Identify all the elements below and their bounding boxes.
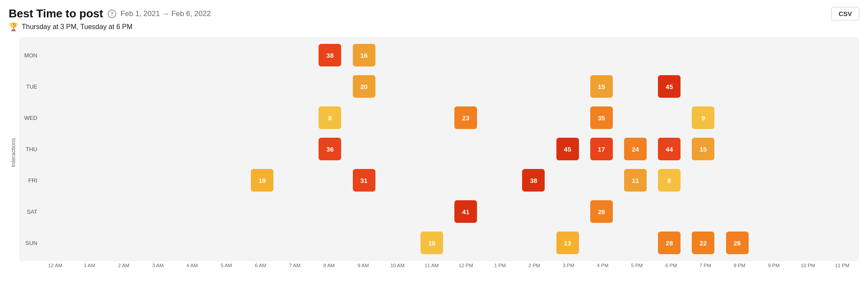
- heat-block: 23: [454, 106, 477, 129]
- hour-cell: [415, 42, 449, 68]
- hour-cell: [245, 73, 279, 99]
- heat-block: 41: [454, 200, 477, 223]
- hour-cell: 28: [652, 230, 686, 256]
- hour-cell: [178, 167, 211, 193]
- hour-cell: 17: [585, 136, 618, 162]
- hour-cell: [483, 167, 516, 193]
- heat-block: 9: [692, 106, 714, 129]
- heat-block: 44: [658, 138, 681, 160]
- heat-block: 17: [590, 138, 613, 160]
- hour-cell: [618, 105, 652, 131]
- hour-cell: [279, 73, 313, 99]
- hour-cell: [347, 199, 381, 225]
- hour-cell: [144, 136, 178, 162]
- hours-row-wed: 823359: [42, 105, 856, 131]
- day-label-sat: SAT: [23, 209, 42, 215]
- day-row-tue: TUE201545: [23, 71, 856, 102]
- hour-cell: [449, 136, 483, 162]
- hour-cell: [652, 199, 686, 225]
- hour-cell: [516, 136, 550, 162]
- hour-cell: [279, 199, 313, 225]
- hour-cell: [76, 73, 109, 99]
- hour-cell: [76, 167, 109, 193]
- hour-cell: [381, 167, 415, 193]
- heat-block: 22: [692, 232, 714, 254]
- hour-cell: 26: [720, 230, 754, 256]
- hour-cell: [178, 136, 211, 162]
- hour-cell: [449, 230, 483, 256]
- hour-cell: [347, 136, 381, 162]
- heat-block: 24: [624, 138, 647, 160]
- hour-cell: [483, 136, 516, 162]
- hour-cell: [516, 230, 550, 256]
- hour-cell: [788, 230, 822, 256]
- hour-cell: 6: [652, 167, 686, 193]
- hour-cell: [754, 105, 788, 131]
- hour-cell: [381, 136, 415, 162]
- hour-cell: 15: [686, 136, 720, 162]
- hour-cell: 24: [618, 136, 652, 162]
- heat-block: 8: [319, 106, 341, 129]
- hour-cell: [516, 42, 550, 68]
- hour-cell: [178, 73, 211, 99]
- hour-cell: [144, 42, 178, 68]
- hour-cell: [211, 73, 245, 99]
- x-axis-label: 8 PM: [723, 263, 757, 268]
- hour-cell: 10: [415, 230, 449, 256]
- csv-button[interactable]: CSV: [831, 7, 859, 20]
- heat-block: 6: [658, 169, 681, 192]
- hours-row-thu: 364517244415: [42, 136, 856, 162]
- heat-block: 28: [658, 232, 681, 254]
- day-label-fri: FRI: [23, 177, 42, 184]
- hour-cell: [211, 230, 245, 256]
- hour-cell: [618, 199, 652, 225]
- hour-cell: [109, 105, 143, 131]
- hour-cell: 23: [449, 105, 483, 131]
- hour-cell: [144, 73, 178, 99]
- hour-cell: [178, 199, 211, 225]
- hour-cell: [109, 136, 143, 162]
- hour-cell: [381, 199, 415, 225]
- hour-cell: [109, 73, 143, 99]
- hour-cell: [42, 73, 76, 99]
- hour-cell: [652, 42, 686, 68]
- hour-cell: 19: [245, 167, 279, 193]
- hour-cell: 35: [585, 105, 618, 131]
- hour-cell: [754, 199, 788, 225]
- day-label-thu: THU: [23, 146, 42, 152]
- day-row-sat: SAT4128: [23, 196, 856, 227]
- hours-row-tue: 201545: [42, 73, 856, 99]
- hour-cell: [76, 199, 109, 225]
- hour-cell: [618, 73, 652, 99]
- hour-cell: [822, 73, 856, 99]
- hour-cell: [211, 105, 245, 131]
- hour-cell: 9: [686, 105, 720, 131]
- hour-cell: [42, 199, 76, 225]
- best-times-text: Thursday at 3 PM, Tuesday at 6 PM: [22, 23, 132, 31]
- heat-block: 19: [251, 169, 273, 192]
- help-icon[interactable]: ?: [108, 10, 116, 18]
- heat-block: 11: [624, 169, 647, 192]
- x-axis-label: 6 PM: [654, 263, 688, 268]
- hour-cell: [279, 136, 313, 162]
- heat-block: 45: [556, 138, 579, 160]
- hours-row-sat: 4128: [42, 199, 856, 225]
- heat-block: 20: [353, 75, 375, 98]
- hour-cell: [822, 42, 856, 68]
- hour-cell: [42, 42, 76, 68]
- hour-cell: [381, 105, 415, 131]
- hour-cell: 38: [516, 167, 550, 193]
- hour-cell: [449, 42, 483, 68]
- heat-block: 38: [319, 44, 341, 66]
- hour-cell: 11: [618, 167, 652, 193]
- hour-cell: [788, 167, 822, 193]
- hour-cell: [279, 42, 313, 68]
- hour-cell: [822, 230, 856, 256]
- y-axis-label: Interactions: [9, 37, 17, 268]
- hour-cell: [720, 199, 754, 225]
- heat-block: 31: [353, 169, 375, 192]
- hour-cell: [483, 230, 516, 256]
- hour-cell: [720, 73, 754, 99]
- hour-cell: [449, 167, 483, 193]
- heat-block: 15: [590, 75, 613, 98]
